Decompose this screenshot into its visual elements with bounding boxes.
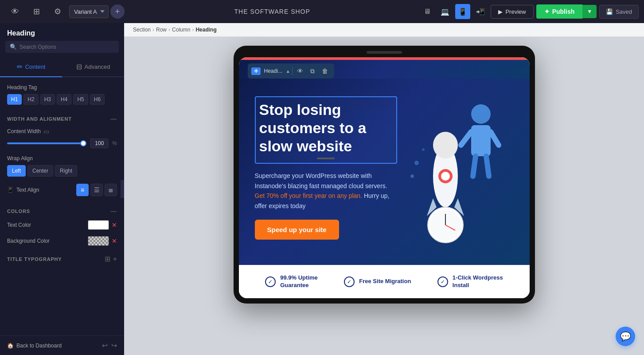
toolbar-divider-1	[292, 67, 293, 75]
element-duplicate-btn[interactable]: ⧉	[307, 65, 318, 77]
element-visibility-btn[interactable]: 👁	[294, 65, 306, 77]
feature-label-2: 1-Click WordpressInstall	[453, 274, 503, 289]
text-align-row: 📱 Text Align ≡ ☰ ≣	[5, 182, 119, 201]
hero-desc-highlight: Get 70% off your first year on any plan.	[255, 192, 363, 199]
align-center-btn[interactable]: Center	[27, 165, 53, 177]
svg-line-5	[486, 156, 489, 176]
eye-icon-btn[interactable]: 👁	[5, 2, 25, 21]
breadcrumb-column[interactable]: Column	[172, 27, 190, 33]
bg-color-row: Background Color ✕	[5, 234, 119, 250]
hero-description: Supercharge your WordPress website with …	[255, 171, 397, 211]
heading-element[interactable]: Stop losing customers to a slow website	[255, 96, 397, 164]
element-caret[interactable]: ▲	[286, 69, 290, 74]
heading-h3-btn[interactable]: H3	[40, 94, 55, 105]
typography-grid-btn[interactable]: ⊞	[105, 255, 110, 263]
colors-header[interactable]: COLORS —	[5, 204, 119, 218]
breadcrumb: Section › Row › Column › Heading	[124, 23, 644, 37]
sidebar: Heading 🔍 ✏ Content ⊟ Advanced Heading T…	[0, 23, 124, 355]
bg-color-swatch[interactable]	[88, 236, 109, 246]
text-color-swatch-group: ✕	[88, 220, 117, 230]
search-icon: 🔍	[10, 43, 17, 50]
breadcrumb-row[interactable]: Row	[156, 27, 167, 33]
variant-select[interactable]: Variant A	[69, 5, 109, 18]
top-bar: 👁 ⊞ ⚙ Variant A + THE SOFTWARE SHOP 🖥 💻 …	[0, 0, 644, 23]
topbar-left: 👁 ⊞ ⚙ Variant A +	[5, 2, 125, 21]
redo-btn[interactable]: ↪	[111, 341, 117, 350]
heading-h6-btn[interactable]: H6	[90, 94, 105, 105]
search-bar: 🔍	[5, 41, 119, 53]
hero-cta-btn[interactable]: Speed up your site	[255, 220, 339, 240]
width-slider[interactable]	[7, 142, 86, 144]
chat-bubble-btn[interactable]: 💬	[616, 327, 635, 346]
text-align-label: 📱 Text Align	[7, 187, 39, 193]
laptop-view-btn[interactable]: 💻	[437, 4, 453, 19]
text-align-center-btn[interactable]: ☰	[90, 184, 103, 196]
back-label: Back to Dashboard	[16, 343, 62, 349]
preview-btn[interactable]: ▶ Preview	[491, 5, 533, 19]
width-unit: %	[112, 140, 117, 146]
mobile-view-btn[interactable]: 📲	[473, 4, 488, 19]
text-align-right-btn[interactable]: ≣	[105, 184, 117, 196]
sidebar-content: Heading Tag H1 H2 H3 H4 H5 H6 WIDTH AND …	[0, 77, 124, 335]
svg-point-17	[422, 148, 425, 151]
home-icon: 🏠	[7, 343, 14, 349]
svg-line-2	[461, 132, 471, 145]
bg-color-swatch-group: ✕	[88, 236, 117, 246]
preview-label: Preview	[505, 8, 526, 15]
search-input[interactable]	[20, 44, 114, 50]
content-width-label: Content Width ▭	[7, 128, 117, 135]
heading-h2-btn[interactable]: H2	[23, 94, 38, 105]
text-color-clear-btn[interactable]: ✕	[112, 221, 117, 229]
colors-section: COLORS — Text Color ✕ Background Color ✕	[0, 204, 124, 250]
tablet-screen: ✛ Headi... ▲ 👁 ⧉ 🗑	[239, 57, 530, 298]
text-align-left-btn[interactable]: ≡	[76, 184, 89, 196]
topbar-right: 🖥 💻 📱 📲 ▶ Preview ✦ Publish ▼ 💾 Saved	[420, 4, 639, 19]
feature-item-2: ✓ 1-Click WordpressInstall	[437, 274, 503, 289]
element-toolbar-move-icon[interactable]: ✛	[251, 67, 261, 75]
align-left-btn[interactable]: Left	[7, 165, 26, 177]
tag-buttons: H1 H2 H3 H4 H5 H6	[7, 94, 117, 105]
breadcrumb-section[interactable]: Section	[133, 27, 151, 33]
width-value-input[interactable]	[90, 138, 109, 148]
align-right-btn[interactable]: Right	[55, 165, 77, 177]
wrap-align-label: Wrap Align	[7, 155, 117, 162]
element-delete-btn[interactable]: 🗑	[319, 65, 331, 77]
undo-btn[interactable]: ↩	[102, 341, 108, 350]
bg-color-clear-btn[interactable]: ✕	[112, 237, 117, 245]
add-element-btn[interactable]: +	[110, 4, 125, 19]
settings-icon-btn[interactable]: ⚙	[48, 2, 67, 21]
heading-h5-btn[interactable]: H5	[73, 94, 88, 105]
heading-text: Stop losing customers to a slow website	[259, 101, 393, 155]
slider-row: %	[7, 138, 117, 148]
canvas-scroll[interactable]: ✛ Headi... ▲ 👁 ⧉ 🗑	[124, 37, 644, 355]
content-tab-icon: ✏	[17, 63, 23, 71]
feature-item-1: ✓ Free Site Migration	[344, 276, 411, 287]
sidebar-collapse-btn[interactable]: ‹	[121, 180, 124, 198]
publish-btn[interactable]: ✦ Publish	[536, 4, 583, 19]
publish-caret-btn[interactable]: ▼	[582, 5, 597, 18]
width-alignment-header[interactable]: WIDTH AND ALIGNMENT —	[5, 112, 119, 126]
saved-btn[interactable]: 💾 Saved	[599, 5, 639, 19]
typography-add-btn[interactable]: +	[113, 255, 117, 263]
publish-icon: ✦	[544, 8, 550, 15]
grid-icon-btn[interactable]: ⊞	[27, 2, 46, 21]
sidebar-footer: 🏠 Back to Dashboard ↩ ↪	[0, 335, 124, 355]
width-alignment-label: WIDTH AND ALIGNMENT	[7, 116, 72, 122]
heading-h4-btn[interactable]: H4	[57, 94, 71, 105]
tab-advanced[interactable]: ⊟ Advanced	[62, 57, 124, 76]
drag-handle[interactable]	[317, 158, 335, 159]
saved-label: Saved	[616, 8, 632, 15]
tab-content[interactable]: ✏ Content	[0, 57, 62, 77]
breadcrumb-heading[interactable]: Heading	[195, 27, 216, 33]
feature-check-0: ✓	[265, 276, 276, 287]
publish-group: ✦ Publish ▼	[536, 4, 597, 19]
back-to-dashboard-btn[interactable]: 🏠 Back to Dashboard	[7, 343, 62, 349]
typography-header: TITLE TYPOGRAPHY ⊞ +	[5, 253, 119, 265]
tablet-view-btn[interactable]: 📱	[455, 4, 470, 19]
heading-tag-label: Heading Tag	[7, 84, 117, 91]
heading-h1-btn[interactable]: H1	[7, 94, 22, 105]
typography-label: TITLE TYPOGRAPHY	[7, 256, 62, 262]
tablet-frame: ✛ Headi... ▲ 👁 ⧉ 🗑	[234, 46, 535, 304]
text-color-swatch[interactable]	[88, 220, 109, 230]
desktop-view-btn[interactable]: 🖥	[420, 4, 435, 19]
